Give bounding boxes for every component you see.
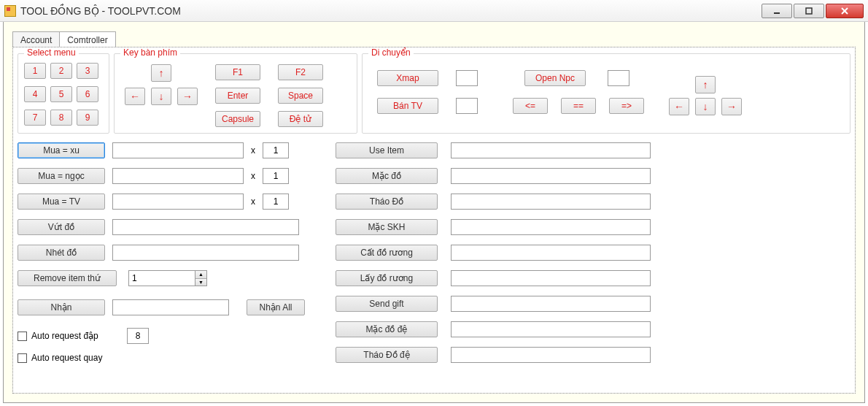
mac-do-input[interactable] (451, 168, 651, 184)
mac-skh-input[interactable] (451, 219, 651, 235)
spinner-up-icon[interactable]: ▲ (195, 271, 206, 279)
use-item-button[interactable]: Use Item (336, 142, 438, 158)
minimize-button[interactable] (762, 4, 792, 18)
nhan-all-button[interactable]: Nhận All (247, 299, 305, 315)
menu-9[interactable]: 9 (77, 110, 98, 126)
auto-request-quay-checkbox[interactable]: Auto request quay (18, 353, 102, 363)
send-gift-input[interactable] (451, 296, 651, 312)
checkbox-icon (18, 353, 27, 363)
nhet-do-input[interactable] (112, 245, 299, 261)
send-gift-button[interactable]: Send gift (336, 296, 438, 312)
open-npc-input[interactable] (608, 70, 629, 86)
move-right[interactable]: → (721, 98, 742, 115)
mua-ngoc-item-input[interactable] (112, 168, 244, 184)
lay-do-ruong-button[interactable]: Lấy đồ rương (336, 270, 438, 286)
auto-request-dap-input[interactable] (127, 328, 149, 344)
mua-tv-button[interactable]: Mua = TV (18, 194, 105, 210)
spinner-down-icon[interactable]: ▼ (195, 279, 206, 286)
tab-strip: Account Comtroller (12, 31, 116, 48)
remove-item-input[interactable] (129, 271, 195, 286)
key-right[interactable]: → (177, 88, 198, 105)
nhan-input[interactable] (112, 299, 229, 315)
menu-4[interactable]: 4 (24, 86, 46, 102)
thao-do-input[interactable] (451, 194, 651, 210)
checkbox-icon (18, 332, 27, 341)
window-title: TOOL ĐỒNG BỘ - TOOLPVT.COM (20, 5, 181, 17)
remove-item-spinner[interactable]: ▲▼ (128, 270, 207, 286)
remove-item-button[interactable]: Remove item thứ (18, 270, 117, 286)
maximize-button[interactable] (794, 4, 824, 18)
mua-tv-qty-input[interactable] (263, 194, 289, 210)
menu-5[interactable]: 5 (50, 86, 72, 102)
move-left[interactable]: ← (669, 98, 689, 115)
ban-tv-button[interactable]: Bán TV (377, 98, 438, 114)
svg-line-3 (842, 8, 848, 14)
key-left[interactable]: ← (125, 88, 145, 105)
group-select-menu-label: Select menu (24, 47, 79, 58)
mua-ngoc-qty-input[interactable] (263, 168, 289, 184)
thao-do-de-input[interactable] (451, 347, 651, 363)
mac-skh-button[interactable]: Mặc SKH (336, 219, 438, 235)
ban-tv-input[interactable] (456, 98, 478, 114)
gte-button[interactable]: => (609, 98, 644, 114)
open-npc-button[interactable]: Open Npc (524, 70, 586, 86)
auto-request-dap-label: Auto request đập (31, 331, 98, 341)
menu-3[interactable]: 3 (77, 63, 98, 79)
group-select-menu: Select menu 1 2 3 4 5 6 7 8 9 (18, 53, 109, 134)
move-down[interactable]: ↓ (695, 98, 716, 115)
lay-do-ruong-input[interactable] (451, 270, 651, 286)
group-key-ban-phim: Key bàn phím ↑ ← ↓ → F1 Enter Capsule F2… (114, 53, 357, 134)
menu-2[interactable]: 2 (50, 63, 72, 79)
tab-page-comtroller: Select menu 1 2 3 4 5 6 7 8 9 Key bàn ph… (12, 47, 856, 394)
key-detu[interactable]: Đệ tử (278, 111, 323, 127)
mua-ngoc-button[interactable]: Mua = ngọc (18, 168, 105, 184)
client-area: Account Comtroller Select menu 1 2 3 4 5… (3, 22, 865, 403)
auto-request-dap-checkbox[interactable]: Auto request đập (18, 331, 98, 341)
cat-do-ruong-button[interactable]: Cất đồ rương (336, 245, 438, 261)
key-f2[interactable]: F2 (278, 64, 323, 80)
mac-do-button[interactable]: Mặc đồ (336, 168, 438, 184)
key-up[interactable]: ↑ (151, 64, 171, 82)
mua-tv-x-label: x (251, 196, 255, 207)
menu-7[interactable]: 7 (24, 110, 46, 126)
mua-xu-button[interactable]: Mua = xu (18, 142, 105, 158)
key-down[interactable]: ↓ (151, 88, 171, 105)
key-space[interactable]: Space (278, 88, 323, 104)
xmap-input[interactable] (456, 70, 478, 86)
thao-do-button[interactable]: Tháo Đồ (336, 194, 438, 210)
thao-do-de-button[interactable]: Tháo Đồ đệ (336, 347, 438, 363)
mua-xu-qty-input[interactable] (263, 142, 289, 158)
menu-8[interactable]: 8 (50, 110, 72, 126)
mua-tv-item-input[interactable] (112, 194, 244, 210)
auto-request-quay-label: Auto request quay (31, 353, 102, 363)
use-item-input[interactable] (451, 142, 651, 158)
lte-button[interactable]: <= (513, 98, 548, 114)
group-di-chuyen: Di chuyển Xmap Open Npc Bán TV <= == => … (362, 53, 850, 134)
nhan-button[interactable]: Nhận (18, 299, 105, 315)
group-di-chuyen-label: Di chuyển (368, 47, 414, 58)
cat-do-ruong-input[interactable] (451, 245, 651, 261)
xmap-button[interactable]: Xmap (377, 70, 438, 86)
mac-do-de-button[interactable]: Mặc đồ đệ (336, 321, 438, 337)
title-bar: TOOL ĐỒNG BỘ - TOOLPVT.COM (0, 0, 868, 22)
key-capsule[interactable]: Capsule (215, 111, 260, 127)
svg-line-2 (842, 8, 848, 14)
key-enter[interactable]: Enter (215, 88, 260, 104)
menu-6[interactable]: 6 (77, 86, 98, 102)
eq-button[interactable]: == (561, 98, 596, 114)
nhet-do-button[interactable]: Nhét đồ (18, 245, 105, 261)
vut-do-input[interactable] (112, 219, 299, 235)
mua-xu-item-input[interactable] (112, 142, 244, 158)
mac-do-de-input[interactable] (451, 321, 651, 337)
menu-1[interactable]: 1 (24, 63, 46, 79)
close-button[interactable] (826, 4, 864, 18)
move-up[interactable]: ↑ (695, 76, 716, 93)
vut-do-button[interactable]: Vứt đồ (18, 219, 105, 235)
key-f1[interactable]: F1 (215, 64, 260, 80)
mua-xu-x-label: x (251, 145, 255, 156)
group-key-ban-phim-label: Key bàn phím (120, 47, 180, 58)
svg-rect-1 (806, 8, 812, 14)
app-icon (4, 5, 16, 17)
mua-ngoc-x-label: x (251, 171, 255, 181)
